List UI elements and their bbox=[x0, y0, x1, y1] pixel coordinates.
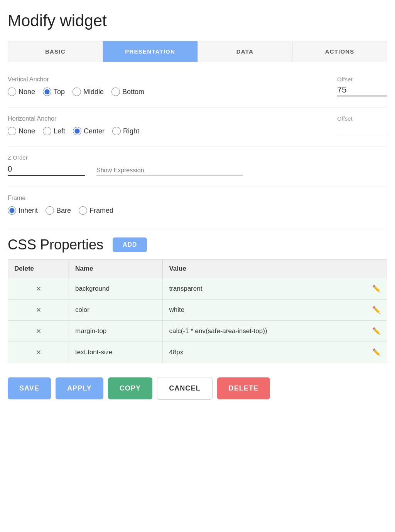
horizontal-offset-input[interactable] bbox=[337, 123, 387, 135]
table-row: ✕ background transparent ✏️ bbox=[8, 278, 387, 300]
vertical-anchor-middle[interactable]: Middle bbox=[73, 88, 104, 96]
edit-icon-0[interactable]: ✏️ bbox=[372, 285, 381, 293]
css-value-cell-0: transparent ✏️ bbox=[163, 278, 387, 300]
delete-button[interactable]: DELETE bbox=[217, 377, 270, 399]
frame-framed[interactable]: Framed bbox=[79, 206, 113, 215]
col-header-name: Name bbox=[69, 259, 163, 278]
delete-row-0[interactable]: ✕ bbox=[8, 278, 69, 300]
vertical-offset-block: Offset bbox=[337, 76, 387, 96]
horizontal-offset-label: Offset bbox=[337, 115, 353, 122]
frame-section: Frame Inherit Bare Framed bbox=[8, 195, 387, 215]
vertical-anchor-label: Vertical Anchor bbox=[8, 76, 329, 83]
show-expression-input[interactable] bbox=[96, 165, 243, 176]
cancel-button[interactable]: CANCEL bbox=[157, 377, 212, 400]
css-name-cell-3: text.font-size bbox=[69, 342, 163, 363]
css-name-cell-0: background bbox=[69, 278, 163, 300]
bottom-buttons: SAVE APPLY COPY CANCEL DELETE bbox=[8, 377, 387, 400]
css-properties-table: Delete Name Value ✕ background transpare… bbox=[8, 259, 387, 363]
tab-presentation[interactable]: PRESENTATION bbox=[103, 41, 198, 62]
add-css-property-button[interactable]: ADD bbox=[113, 237, 147, 252]
table-row: ✕ text.font-size 48px ✏️ bbox=[8, 342, 387, 363]
horizontal-anchor-label: Horizontal Anchor bbox=[8, 115, 329, 122]
horizontal-anchor-radio-group: None Left Center Right bbox=[8, 127, 329, 135]
zorder-label: Z Order bbox=[8, 154, 85, 161]
page-title: Modify widget bbox=[8, 12, 387, 30]
vertical-anchor-bottom[interactable]: Bottom bbox=[111, 88, 144, 96]
horizontal-anchor-left[interactable]: Left bbox=[43, 127, 65, 135]
css-value-cell-1: white ✏️ bbox=[163, 300, 387, 321]
horizontal-anchor-center[interactable]: Center bbox=[73, 127, 105, 135]
css-name-cell-2: margin-top bbox=[69, 321, 163, 342]
delete-row-1[interactable]: ✕ bbox=[8, 300, 69, 321]
css-name-cell-1: color bbox=[69, 300, 163, 321]
frame-label: Frame bbox=[8, 195, 387, 202]
col-header-value: Value bbox=[163, 259, 387, 278]
css-properties-header: CSS Properties ADD bbox=[8, 237, 387, 253]
zorder-input[interactable] bbox=[8, 163, 85, 176]
css-properties-title: CSS Properties bbox=[8, 237, 103, 253]
vertical-anchor-top[interactable]: Top bbox=[43, 88, 65, 96]
frame-radio-group: Inherit Bare Framed bbox=[8, 206, 387, 215]
frame-inherit[interactable]: Inherit bbox=[8, 206, 38, 215]
css-value-cell-3: 48px ✏️ bbox=[163, 342, 387, 363]
vertical-anchor-none[interactable]: None bbox=[8, 88, 35, 96]
table-row: ✕ color white ✏️ bbox=[8, 300, 387, 321]
delete-row-3[interactable]: ✕ bbox=[8, 342, 69, 363]
frame-bare[interactable]: Bare bbox=[46, 206, 71, 215]
delete-row-2[interactable]: ✕ bbox=[8, 321, 69, 342]
zorder-block: Z Order bbox=[8, 154, 85, 176]
tab-basic[interactable]: BASIC bbox=[8, 41, 103, 62]
horizontal-anchor-section: Horizontal Anchor None Left Center Right… bbox=[8, 115, 387, 135]
horizontal-anchor-none[interactable]: None bbox=[8, 127, 35, 135]
tab-data[interactable]: DATA bbox=[198, 41, 293, 62]
edit-icon-3[interactable]: ✏️ bbox=[372, 348, 381, 357]
copy-button[interactable]: COPY bbox=[108, 377, 152, 399]
vertical-anchor-radio-group: None Top Middle Bottom bbox=[8, 88, 329, 96]
edit-icon-1[interactable]: ✏️ bbox=[372, 306, 381, 314]
show-expression-block bbox=[96, 165, 243, 176]
tabs-container: BASIC PRESENTATION DATA ACTIONS bbox=[8, 41, 387, 62]
vertical-anchor-section: Vertical Anchor None Top Middle Bottom O… bbox=[8, 76, 387, 96]
vertical-offset-input[interactable] bbox=[337, 84, 387, 96]
col-header-delete: Delete bbox=[8, 259, 69, 278]
horizontal-anchor-right[interactable]: Right bbox=[112, 127, 139, 135]
horizontal-offset-block: Offset bbox=[337, 115, 387, 135]
css-value-cell-2: calc(-1 * env(safe-area-inset-top)) ✏️ bbox=[163, 321, 387, 342]
tab-actions[interactable]: ACTIONS bbox=[292, 41, 387, 62]
save-button[interactable]: SAVE bbox=[8, 377, 51, 399]
apply-button[interactable]: APPLY bbox=[56, 377, 103, 399]
edit-icon-2[interactable]: ✏️ bbox=[372, 327, 381, 335]
zorder-show-section: Z Order bbox=[8, 154, 387, 176]
vertical-offset-label: Offset bbox=[337, 76, 353, 82]
table-row: ✕ margin-top calc(-1 * env(safe-area-ins… bbox=[8, 321, 387, 342]
